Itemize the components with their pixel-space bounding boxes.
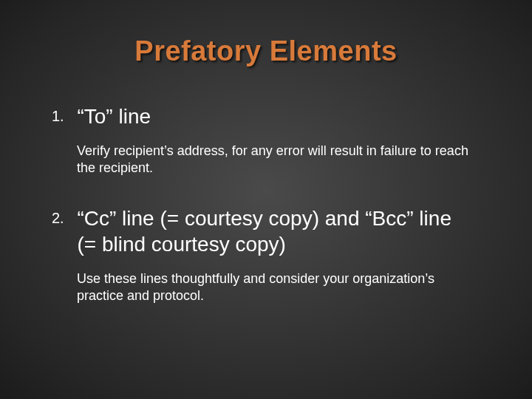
item-description: Verify recipient’s address, for any erro… [77, 143, 476, 177]
list-item: 1. “To” line Verify recipient’s address,… [52, 103, 488, 177]
item-number: 1. [52, 108, 74, 125]
list-item: 2. “Cc” line (= courtesy copy) and “Bcc”… [52, 205, 488, 305]
slide-title: Prefatory Elements [0, 35, 532, 67]
item-heading: “To” line [77, 103, 151, 129]
content-area: 1. “To” line Verify recipient’s address,… [52, 103, 488, 333]
slide: Prefatory Elements 1. “To” line Verify r… [0, 0, 532, 399]
item-description: Use these lines thoughtfully and conside… [77, 270, 476, 305]
item-heading: “Cc” line (= courtesy copy) and “Bcc” li… [77, 205, 461, 257]
item-number: 2. [52, 210, 74, 227]
